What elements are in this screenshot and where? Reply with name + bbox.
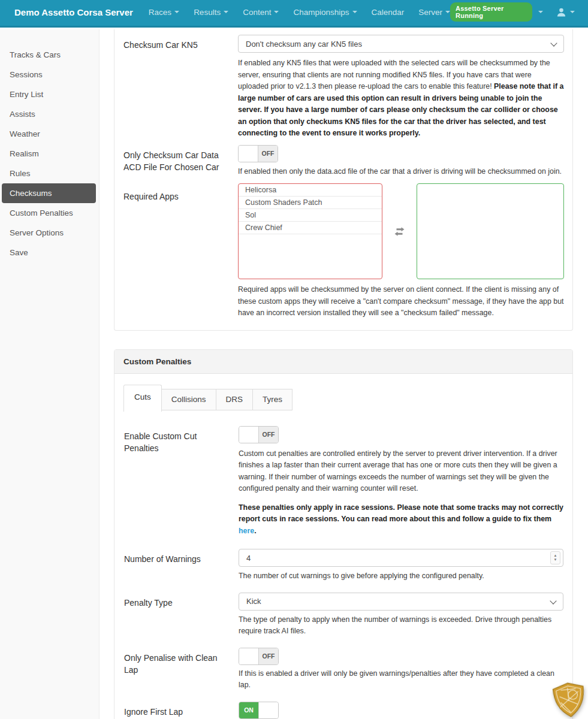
row-checksum-car-kn5: Checksum Car KN5 Don't checksum any car … — [123, 35, 564, 140]
top-navbar: Demo Assetto Corsa Server Races Results … — [0, 0, 588, 28]
swap-arrows-icon — [382, 183, 417, 279]
row-enable-cut-penalties: Enable Custom Cut Penalties OFF Custom c… — [123, 426, 563, 537]
nav-races[interactable]: Races — [149, 8, 179, 17]
toggle-knob — [258, 702, 278, 718]
sidebar-item-tracks-cars[interactable]: Tracks & Cars — [2, 45, 96, 65]
tab-collisions[interactable]: Collisions — [161, 389, 216, 410]
stepper-down-icon: ▼ — [554, 558, 557, 562]
nav-server[interactable]: Server — [418, 8, 450, 17]
server-status-badge[interactable]: Assetto Server Running — [450, 2, 532, 22]
toggle-knob — [239, 427, 259, 443]
main-nav: Races Results Content Championships Cale… — [149, 8, 450, 17]
row-data-acd: Only Checksum Car Data ACD File For Chos… — [123, 145, 564, 178]
field-label: Only Checksum Car Data ACD File For Chos… — [123, 145, 238, 173]
row-required-apps: Required Apps Helicorsa Custom Shaders P… — [123, 183, 564, 319]
nav-content[interactable]: Content — [243, 8, 279, 17]
sidebar-item-sessions[interactable]: Sessions — [2, 65, 96, 84]
user-icon — [556, 7, 566, 17]
available-apps-list[interactable]: Helicorsa Custom Shaders Patch Sol Crew … — [238, 183, 382, 279]
sidebar-item-save[interactable]: Save — [2, 243, 96, 262]
navbar-right: Assetto Server Running — [450, 2, 575, 22]
sidebar-item-weather[interactable]: Weather — [2, 124, 96, 144]
help-text: The type of penalty to apply when the nu… — [239, 614, 563, 638]
chevron-down-icon — [174, 11, 179, 13]
chevron-down-icon — [570, 11, 575, 13]
field-label: Penalty Type — [123, 593, 239, 609]
list-item[interactable]: Sol — [239, 209, 382, 222]
row-number-of-warnings: Number of Warnings ▲▼ The number of cut … — [123, 549, 563, 582]
list-item[interactable]: Helicorsa — [239, 184, 382, 197]
row-ignore-first-lap: Ignore First Lap ON If this is enabled c… — [123, 702, 563, 719]
fix-guide-link[interactable]: here — [239, 527, 254, 535]
help-text: Required apps will be checksummed by the… — [238, 284, 564, 319]
number-stepper[interactable]: ▲▼ — [550, 551, 560, 564]
row-penalty-type: Penalty Type Kick The type of penalty to… — [123, 593, 563, 638]
ignore-first-lap-toggle[interactable]: ON — [239, 702, 279, 719]
chosen-apps-list[interactable] — [417, 183, 564, 279]
field-label: Enable Custom Cut Penalties — [123, 426, 239, 454]
nav-championships[interactable]: Championships — [293, 8, 357, 17]
penalty-type-select[interactable]: Kick — [239, 593, 563, 611]
list-item[interactable]: Crew Chief — [239, 222, 382, 234]
checksums-card: Checksum Car KN5 Don't checksum any car … — [114, 29, 573, 331]
help-text: If this is enabled a driver will only be… — [239, 668, 563, 691]
brand-title[interactable]: Demo Assetto Corsa Server — [14, 7, 133, 17]
field-label: Checksum Car KN5 — [123, 35, 238, 51]
checksum-car-kn5-select[interactable]: Don't checksum any car KN5 files — [238, 35, 564, 53]
nav-results[interactable]: Results — [194, 8, 228, 17]
chevron-down-icon — [274, 11, 279, 13]
chevron-down-icon[interactable] — [538, 11, 543, 13]
tab-drs[interactable]: DRS — [216, 389, 254, 410]
enable-cut-penalties-toggle[interactable]: OFF — [239, 426, 279, 443]
number-of-warnings-input[interactable] — [239, 549, 563, 567]
nav-calendar[interactable]: Calendar — [372, 8, 405, 17]
settings-sidebar: Tracks & Cars Sessions Entry List Assist… — [0, 29, 99, 719]
sidebar-item-realism[interactable]: Realism — [2, 144, 96, 164]
help-text-bold: These penalties only apply in race sessi… — [239, 502, 563, 537]
field-label: Ignore First Lap — [123, 702, 239, 718]
data-acd-toggle[interactable]: OFF — [238, 145, 278, 162]
chevron-down-icon — [352, 11, 357, 13]
select-value: Kick — [246, 597, 261, 606]
help-text: Custom cut penalties are controlled enti… — [239, 448, 563, 495]
chevron-down-icon — [224, 11, 228, 13]
help-text: The number of cut warnings to give befor… — [239, 570, 563, 582]
user-menu[interactable] — [556, 7, 575, 17]
field-label: Only Penalise with Clean Lap — [123, 648, 239, 676]
field-label: Number of Warnings — [123, 549, 239, 565]
tab-tyres[interactable]: Tyres — [252, 389, 293, 410]
field-label: Required Apps — [123, 183, 238, 203]
sidebar-item-custom-penalties[interactable]: Custom Penalties — [2, 203, 96, 223]
chevron-down-icon — [550, 40, 557, 46]
sidebar-item-checksums[interactable]: Checksums — [2, 183, 96, 203]
panel-title: Custom Penalties — [114, 350, 572, 374]
sidebar-item-server-options[interactable]: Server Options — [2, 223, 96, 243]
custom-penalties-card: Custom Penalties Cuts Collisions DRS Tyr… — [114, 349, 573, 719]
toggle-knob — [239, 648, 259, 664]
sidebar-item-rules[interactable]: Rules — [2, 164, 96, 183]
main-content: Checksum Car KN5 Don't checksum any car … — [114, 29, 573, 719]
chevron-down-icon — [550, 597, 556, 604]
help-text: If enabled then only the data.acd file o… — [238, 166, 564, 178]
tab-cuts[interactable]: Cuts — [123, 385, 162, 412]
row-clean-lap: Only Penalise with Clean Lap OFF If this… — [123, 648, 563, 691]
dual-listbox: Helicorsa Custom Shaders Patch Sol Crew … — [238, 183, 564, 279]
list-item[interactable]: Custom Shaders Patch — [239, 197, 382, 209]
clean-lap-toggle[interactable]: OFF — [239, 648, 279, 665]
toggle-knob — [239, 146, 258, 162]
select-value: Don't checksum any car KN5 files — [246, 40, 362, 49]
stepper-up-icon: ▲ — [554, 554, 557, 558]
sidebar-item-entry-list[interactable]: Entry List — [2, 84, 96, 104]
help-text: If enabled any KN5 files that were uploa… — [238, 58, 564, 140]
penalty-tabs: Cuts Collisions DRS Tyres — [123, 385, 563, 412]
chevron-down-icon — [445, 11, 450, 13]
sidebar-item-assists[interactable]: Assists — [2, 104, 96, 124]
app-shield-logo — [550, 680, 588, 719]
